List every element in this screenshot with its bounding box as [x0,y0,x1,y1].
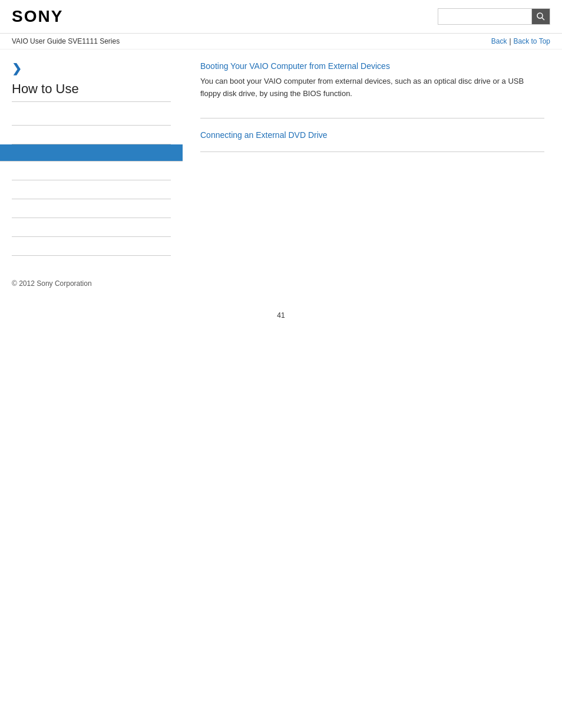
content-section-1: Booting Your VAIO Computer from External… [200,61,544,100]
back-to-top-link[interactable]: Back to Top [514,37,550,45]
sidebar-item-active[interactable] [0,144,183,162]
content-divider [200,151,544,152]
copyright-text: © 2012 Sony Corporation [12,279,92,288]
sidebar-item[interactable] [12,237,171,256]
chevron-icon: ❯ [12,61,171,75]
content-area: Booting Your VAIO Computer from External… [183,50,562,268]
sidebar: ❯ How to Use [0,50,183,268]
svg-line-1 [542,18,544,20]
breadcrumb-bar: VAIO User Guide SVE1111 Series Back | Ba… [0,34,562,50]
dvd-drive-link[interactable]: Connecting an External DVD Drive [200,130,544,140]
sidebar-item[interactable] [12,218,171,237]
section-divider [200,118,544,118]
sidebar-item[interactable] [12,199,171,218]
back-link[interactable]: Back [491,37,507,45]
booting-description: You can boot your VAIO computer from ext… [200,75,544,100]
guide-title: VAIO User Guide SVE1111 Series [12,37,120,45]
content-section-2: Connecting an External DVD Drive [200,130,544,152]
search-input[interactable] [438,8,532,25]
page-footer: © 2012 Sony Corporation [0,268,562,299]
sony-logo: SONY [12,7,63,26]
search-icon [537,12,545,21]
breadcrumb-nav: Back | Back to Top [491,37,550,45]
page-header: SONY [0,0,562,34]
nav-separator: | [509,37,511,45]
page-number: 41 [0,299,562,331]
sidebar-item[interactable] [12,180,171,199]
sidebar-item[interactable] [12,107,171,126]
sidebar-item[interactable] [12,126,171,144]
svg-point-0 [537,13,543,18]
search-container [438,8,550,25]
booting-link[interactable]: Booting Your VAIO Computer from External… [200,61,544,71]
search-button[interactable] [532,8,550,25]
sidebar-title: How to Use [12,81,171,102]
main-container: ❯ How to Use Booting Your VAIO Computer … [0,50,562,268]
sidebar-item[interactable] [12,162,171,180]
